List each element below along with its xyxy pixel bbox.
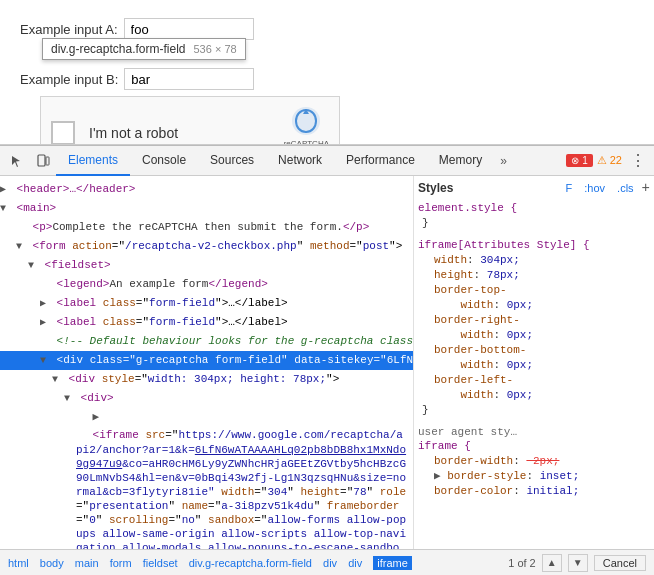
tab-sources[interactable]: Sources bbox=[198, 146, 266, 176]
arrow-label2[interactable]: ▶ bbox=[40, 315, 50, 331]
devtools-toolbar-right: ⊗ 1 ⚠ 22 ⋮ bbox=[566, 151, 650, 171]
hov-tab[interactable]: :hov bbox=[580, 181, 609, 195]
arrow-div-inner[interactable]: ▼ bbox=[64, 391, 74, 407]
dom-line-iframe[interactable]: <iframe src="https://www.google.com/reca… bbox=[0, 427, 413, 549]
breadcrumb-body[interactable]: body bbox=[40, 557, 64, 569]
breadcrumb-form[interactable]: form bbox=[110, 557, 132, 569]
dom-line-fieldset[interactable]: ▼ <fieldset> bbox=[0, 256, 413, 275]
recaptcha-widget: I'm not a robot reCAPTCHA bbox=[40, 96, 340, 145]
breadcrumb-iframe[interactable]: iframe bbox=[373, 556, 412, 570]
svg-marker-2 bbox=[12, 156, 20, 167]
arrow-label1[interactable]: ▶ bbox=[40, 296, 50, 312]
browser-preview: Example input A: div.g-recaptcha.form-fi… bbox=[0, 0, 654, 145]
tab-memory[interactable]: Memory bbox=[427, 146, 494, 176]
ua-selector: user agent sty… bbox=[418, 426, 650, 438]
recaptcha-label: I'm not a robot bbox=[89, 125, 178, 141]
dom-line-legend[interactable]: <legend>An example form</legend> bbox=[0, 275, 413, 294]
breadcrumb-fieldset[interactable]: fieldset bbox=[143, 557, 178, 569]
page-indicator: 1 of 2 bbox=[508, 557, 536, 569]
rule-height: height: 78px; bbox=[418, 268, 650, 283]
arrow-header[interactable]: ▶ bbox=[0, 182, 10, 198]
device-toolbar-button[interactable] bbox=[30, 148, 56, 174]
dom-line-p[interactable]: <p>Complete the reCAPTCHA then submit th… bbox=[0, 218, 413, 237]
warning-badge: ⚠ 22 bbox=[597, 154, 622, 167]
filter-tab[interactable]: F bbox=[562, 181, 577, 195]
bottom-bar-right: 1 of 2 ▲ ▼ Cancel bbox=[508, 554, 646, 572]
error-icon: ⊗ bbox=[571, 155, 579, 166]
svg-rect-4 bbox=[46, 157, 49, 165]
breadcrumb-main[interactable]: main bbox=[75, 557, 99, 569]
rule-border-right: border-right- width: 0px; bbox=[418, 313, 650, 343]
tab-elements[interactable]: Elements bbox=[56, 146, 130, 176]
user-agent-style-block: user agent sty… iframe { border-width: 2… bbox=[418, 426, 650, 499]
styles-tabs: F :hov .cls + bbox=[562, 180, 650, 196]
arrow-div-style[interactable]: ▼ bbox=[52, 372, 62, 388]
tab-performance[interactable]: Performance bbox=[334, 146, 427, 176]
nav-up-button[interactable]: ▲ bbox=[542, 554, 562, 572]
dom-line-div-style[interactable]: ▼ <div style="width: 304px; height: 78px… bbox=[0, 370, 413, 389]
ua-rule-border-width: border-width: 2px; bbox=[418, 454, 650, 469]
dom-line-label1[interactable]: ▶ <label class="form-field">…</label> bbox=[0, 294, 413, 313]
breadcrumb-html[interactable]: html bbox=[8, 557, 29, 569]
ua-rule-border-color: border-color: initial; bbox=[418, 484, 650, 499]
error-badge: ⊗ 1 bbox=[566, 154, 592, 167]
add-style-button[interactable]: + bbox=[642, 180, 650, 196]
recaptcha-brand-text: reCAPTCHA bbox=[284, 139, 329, 145]
tab-console[interactable]: Console bbox=[130, 146, 198, 176]
arrow-main[interactable]: ▼ bbox=[0, 201, 10, 217]
svg-rect-3 bbox=[38, 155, 45, 166]
rule-border-top: border-top- width: 0px; bbox=[418, 283, 650, 313]
more-options-button[interactable]: ⋮ bbox=[626, 151, 650, 171]
dom-line-arrow[interactable]: ▶ bbox=[0, 408, 413, 427]
arrow-div-recaptcha[interactable]: ▼ bbox=[40, 353, 50, 369]
element-style-block: element.style { } bbox=[418, 202, 650, 231]
cls-tab[interactable]: .cls bbox=[613, 181, 638, 195]
more-tabs-button[interactable]: » bbox=[494, 150, 513, 172]
recaptcha-checkbox[interactable] bbox=[51, 121, 75, 145]
dom-line-div-recaptcha[interactable]: ▼ <div class="g-recaptcha form-field" da… bbox=[0, 351, 413, 370]
breadcrumb-div1[interactable]: div bbox=[323, 557, 337, 569]
iframe-attr-selector: iframe[Attributes Style] { bbox=[418, 239, 650, 251]
dom-line-form[interactable]: ▼ <form action="/recaptcha-v2-checkbox.p… bbox=[0, 237, 413, 256]
tooltip-size: 536 × 78 bbox=[194, 43, 237, 55]
arrow-form[interactable]: ▼ bbox=[16, 239, 26, 255]
breadcrumb-div-recaptcha[interactable]: div.g-recaptcha.form-field bbox=[189, 557, 312, 569]
rule-width: width: 304px; bbox=[418, 253, 650, 268]
dom-tree-panel[interactable]: ▶ <header>…</header> ▼ <main> <p>Complet… bbox=[0, 176, 414, 549]
inspect-element-button[interactable] bbox=[4, 148, 30, 174]
ua-iframe-selector: iframe { bbox=[418, 440, 650, 452]
input-a-label: Example input A: bbox=[20, 22, 118, 37]
ua-border-style-expand[interactable]: ▶ bbox=[434, 470, 441, 482]
dom-line-label2[interactable]: ▶ <label class="form-field">…</label> bbox=[0, 313, 413, 332]
dom-line-header[interactable]: ▶ <header>…</header> bbox=[0, 180, 413, 199]
warning-count: 22 bbox=[610, 154, 622, 166]
nav-down-button[interactable]: ▼ bbox=[568, 554, 588, 572]
element-style-close: } bbox=[418, 216, 650, 231]
input-a-field[interactable] bbox=[124, 18, 254, 40]
element-tooltip: div.g-recaptcha.form-field 536 × 78 bbox=[42, 38, 246, 60]
devtools-main: ▶ <header>…</header> ▼ <main> <p>Complet… bbox=[0, 176, 654, 549]
arrow-fieldset[interactable]: ▼ bbox=[28, 258, 38, 274]
element-style-selector: element.style { bbox=[418, 202, 650, 214]
breadcrumb-div2[interactable]: div bbox=[348, 557, 362, 569]
dom-line-div-inner[interactable]: ▼ <div> bbox=[0, 389, 413, 408]
iframe-attr-close: } bbox=[418, 403, 650, 418]
input-b-field[interactable] bbox=[124, 68, 254, 90]
tooltip-selector: div.g-recaptcha.form-field bbox=[51, 42, 186, 56]
cancel-button[interactable]: Cancel bbox=[594, 555, 646, 571]
devtools-toolbar: Elements Console Sources Network Perform… bbox=[0, 146, 654, 176]
dom-line-comment[interactable]: <!-- Default behaviour looks for the g-r… bbox=[0, 332, 413, 351]
error-count: 1 bbox=[582, 155, 588, 166]
styles-toolbar: Styles F :hov .cls + bbox=[418, 180, 650, 196]
dom-line-main[interactable]: ▼ <main> bbox=[0, 199, 413, 218]
recaptcha-logo: reCAPTCHA bbox=[284, 105, 329, 145]
recaptcha-icon bbox=[290, 105, 322, 137]
rule-border-bottom: border-bottom- width: 0px; bbox=[418, 343, 650, 373]
styles-panel: Styles F :hov .cls + element.style { } i… bbox=[414, 176, 654, 549]
input-b-label: Example input B: bbox=[20, 72, 118, 87]
iframe-attr-style-block: iframe[Attributes Style] { width: 304px;… bbox=[418, 239, 650, 418]
rule-border-left: border-left- width: 0px; bbox=[418, 373, 650, 403]
styles-label: Styles bbox=[418, 181, 453, 195]
breadcrumb-bar: html body main form fieldset div.g-recap… bbox=[0, 549, 654, 575]
tab-network[interactable]: Network bbox=[266, 146, 334, 176]
